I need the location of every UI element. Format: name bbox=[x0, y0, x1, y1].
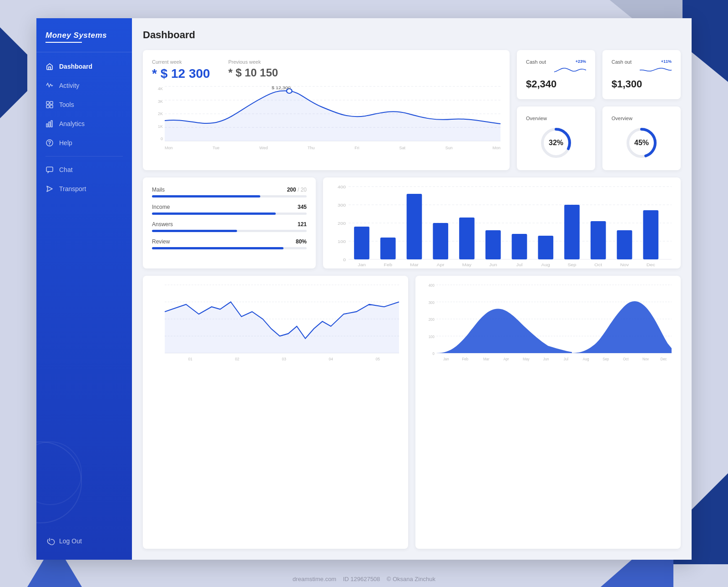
cashout-row: Cash out +23% $2,340 Cash o bbox=[517, 50, 681, 99]
svg-rect-35 bbox=[459, 218, 475, 259]
activity-icon bbox=[46, 81, 54, 90]
svg-text:300: 300 bbox=[429, 300, 435, 305]
metric-label-review: Review bbox=[152, 238, 170, 245]
sidebar-item-tools[interactable]: Tools bbox=[36, 95, 132, 114]
sidebar-item-activity[interactable]: Activity bbox=[36, 76, 132, 95]
svg-text:Dec: Dec bbox=[660, 356, 667, 361]
svg-text:400: 400 bbox=[429, 283, 435, 288]
svg-text:200: 200 bbox=[338, 221, 346, 226]
sidebar-item-logout[interactable]: Log Out bbox=[36, 531, 132, 551]
svg-rect-2 bbox=[46, 105, 49, 108]
sidebar-item-transport[interactable]: Transport bbox=[36, 179, 132, 198]
previous-week-value: * $ 10 150 bbox=[228, 66, 278, 79]
svg-rect-32 bbox=[380, 238, 396, 259]
svg-text:Feb: Feb bbox=[384, 263, 392, 267]
chart-svg-area: $ 12,300 bbox=[165, 86, 500, 141]
weekly-line-chart: 4K 3K 2K 1K 0 bbox=[152, 86, 500, 150]
metric-answers: Answers 121 bbox=[152, 221, 307, 232]
svg-text:May: May bbox=[462, 263, 471, 267]
cashout-label-1: Cash out bbox=[526, 59, 546, 65]
svg-rect-42 bbox=[643, 210, 658, 259]
svg-text:0: 0 bbox=[343, 258, 346, 262]
svg-text:Jan: Jan bbox=[358, 263, 365, 267]
svg-text:04: 04 bbox=[329, 357, 333, 362]
svg-text:Jan: Jan bbox=[443, 356, 449, 361]
svg-rect-31 bbox=[354, 227, 369, 259]
svg-text:$ 12,300: $ 12,300 bbox=[272, 86, 291, 90]
svg-rect-33 bbox=[407, 194, 422, 259]
current-week-value: * $ 12 300 bbox=[152, 66, 210, 81]
metric-value-review: 80% bbox=[296, 238, 307, 245]
sidebar-item-help[interactable]: Help bbox=[36, 133, 132, 152]
svg-rect-0 bbox=[46, 101, 49, 104]
previous-week-amount: $ 10 150 bbox=[236, 66, 278, 79]
previous-week-stat: Previous week * $ 10 150 bbox=[228, 59, 278, 81]
bar-chart-container: 400 300 200 100 0 bbox=[332, 187, 672, 259]
chart-x-axis: Mon Tue Wed Thu Fri Sat Sun Mon bbox=[165, 146, 500, 150]
metric-bar-bg-answers bbox=[152, 230, 307, 232]
watermark: dreamstime.com ID 129627508 © Oksana Zin… bbox=[293, 576, 435, 582]
logo-text: Money Systems bbox=[46, 31, 123, 40]
svg-rect-39 bbox=[564, 205, 580, 259]
overview-card-1: Overview 32% bbox=[517, 106, 595, 170]
bottom-area-chart: 400 300 200 100 0 Jan Feb Mar bbox=[425, 285, 672, 353]
svg-text:0: 0 bbox=[433, 351, 435, 356]
svg-text:01: 01 bbox=[188, 357, 192, 362]
metric-header-income: Income 345 bbox=[152, 204, 307, 210]
metric-value-mails: 200 / 20 bbox=[287, 187, 307, 193]
svg-rect-3 bbox=[50, 105, 53, 108]
svg-text:Mar: Mar bbox=[483, 356, 490, 361]
page-title: Dashboard bbox=[143, 29, 681, 41]
bottom-line-chart: 01 02 03 04 05 bbox=[152, 285, 399, 353]
svg-text:Apr: Apr bbox=[503, 356, 509, 361]
current-week-stat: Current week * $ 12 300 bbox=[152, 59, 210, 81]
sidebar-item-chat[interactable]: Chat bbox=[36, 160, 132, 179]
svg-text:Jun: Jun bbox=[543, 356, 549, 361]
sidebar-item-label: Tools bbox=[59, 101, 74, 108]
cashout-value-2: $1,300 bbox=[612, 78, 672, 90]
sidebar-item-label: Chat bbox=[59, 166, 73, 173]
cashout-card-1: Cash out +23% $2,340 bbox=[517, 50, 595, 99]
metric-bar-bg-income bbox=[152, 213, 307, 215]
nav-divider bbox=[46, 156, 123, 157]
svg-text:Aug: Aug bbox=[541, 263, 550, 267]
metric-label-mails: Mails bbox=[152, 187, 165, 193]
svg-rect-5 bbox=[49, 122, 50, 127]
sidebar-item-label: Activity bbox=[59, 82, 79, 89]
bottom-area-card: 400 300 200 100 0 Jan Feb Mar bbox=[415, 276, 681, 549]
sidebar-item-dashboard[interactable]: Dashboard bbox=[36, 57, 132, 76]
overview-label-2: Overview bbox=[612, 116, 672, 121]
overview-card-2: Overview 45% bbox=[602, 106, 681, 170]
bar-chart-icon bbox=[46, 120, 54, 128]
weekly-card: Current week * $ 12 300 Previous week * … bbox=[143, 50, 510, 170]
current-week-amount: $ 12 300 bbox=[161, 66, 210, 81]
metric-header-answers: Answers 121 bbox=[152, 221, 307, 228]
main-content: Dashboard Current week * $ 12 300 Previo… bbox=[132, 18, 692, 560]
grid-icon bbox=[46, 101, 54, 109]
metric-header-mails: Mails 200 / 20 bbox=[152, 187, 307, 193]
svg-text:Jul: Jul bbox=[564, 356, 568, 361]
cashout-badge-2: +11% bbox=[661, 59, 672, 64]
metric-bar-bg-review bbox=[152, 247, 307, 249]
metric-income: Income 345 bbox=[152, 204, 307, 215]
current-week-label: Current week bbox=[152, 59, 210, 65]
metrics-card: Mails 200 / 20 Income 345 bbox=[143, 177, 316, 268]
svg-rect-41 bbox=[617, 230, 632, 259]
previous-week-prefix: * bbox=[228, 66, 233, 79]
sidebar-bottom: Log Out bbox=[36, 531, 132, 560]
previous-week-label: Previous week bbox=[228, 59, 278, 65]
right-cards: Cash out +23% $2,340 Cash o bbox=[517, 50, 681, 170]
svg-rect-34 bbox=[433, 223, 448, 259]
sidebar-item-analytics[interactable]: Analytics bbox=[36, 114, 132, 133]
svg-text:200: 200 bbox=[429, 317, 435, 322]
svg-text:Nov: Nov bbox=[642, 356, 649, 361]
svg-rect-6 bbox=[51, 121, 52, 127]
svg-text:Feb: Feb bbox=[462, 356, 469, 361]
cashout-badge-1: +23% bbox=[576, 59, 586, 64]
sidebar-item-label: Transport bbox=[59, 185, 86, 192]
svg-rect-38 bbox=[538, 236, 553, 259]
svg-rect-1 bbox=[50, 101, 53, 104]
svg-text:Mar: Mar bbox=[410, 263, 419, 267]
message-icon bbox=[46, 166, 54, 174]
metric-bar-fill-mails bbox=[152, 195, 260, 197]
